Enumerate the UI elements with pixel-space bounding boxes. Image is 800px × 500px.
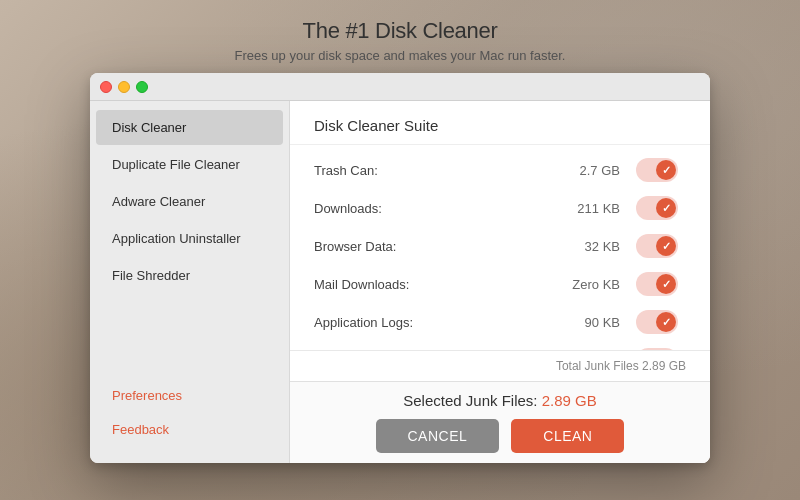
list-item: Application Logs: 90 KB ✓	[290, 303, 710, 341]
app-window: Disk Cleaner Duplicate File Cleaner Adwa…	[90, 73, 710, 463]
item-toggle-applogs[interactable]: ✓	[636, 310, 678, 334]
total-row: Total Junk Files 2.89 GB	[290, 350, 710, 381]
list-item: Downloads: 211 KB ✓	[290, 189, 710, 227]
selected-label: Selected Junk Files:	[403, 392, 537, 409]
main-section-title: Disk Cleaner Suite	[290, 101, 710, 145]
item-size: Zero KB	[540, 277, 620, 292]
item-label: Downloads:	[314, 201, 540, 216]
titlebar	[90, 73, 710, 101]
sidebar: Disk Cleaner Duplicate File Cleaner Adwa…	[90, 101, 290, 463]
feedback-link[interactable]: Feedback	[96, 413, 283, 446]
sidebar-bottom: Preferences Feedback	[90, 378, 289, 463]
page-subtitle: Frees up your disk space and makes your …	[0, 48, 800, 63]
maximize-button[interactable]	[136, 81, 148, 93]
traffic-lights	[100, 81, 148, 93]
preferences-link[interactable]: Preferences	[96, 379, 283, 412]
footer-buttons: CANCEL CLEAN	[314, 419, 686, 453]
list-item: Application Caches: 197.5 MB ✓	[290, 341, 710, 350]
window-body: Disk Cleaner Duplicate File Cleaner Adwa…	[90, 101, 710, 463]
total-label: Total Junk Files 2.89 GB	[556, 359, 686, 373]
sidebar-item-adware-cleaner[interactable]: Adware Cleaner	[96, 184, 283, 219]
item-label: Mail Downloads:	[314, 277, 540, 292]
page-header: The #1 Disk Cleaner Frees up your disk s…	[0, 0, 800, 63]
item-size: 2.7 GB	[540, 163, 620, 178]
item-toggle-appcaches[interactable]: ✓	[636, 348, 678, 350]
item-label: Application Logs:	[314, 315, 540, 330]
cancel-button[interactable]: CANCEL	[376, 419, 500, 453]
item-label: Trash Can:	[314, 163, 540, 178]
selected-info: Selected Junk Files: 2.89 GB	[314, 392, 686, 409]
clean-button[interactable]: CLEAN	[511, 419, 624, 453]
items-list: Trash Can: 2.7 GB ✓ Downloads: 211 KB ✓ …	[290, 145, 710, 350]
sidebar-item-duplicate-file-cleaner[interactable]: Duplicate File Cleaner	[96, 147, 283, 182]
sidebar-item-file-shredder[interactable]: File Shredder	[96, 258, 283, 293]
item-toggle-mail[interactable]: ✓	[636, 272, 678, 296]
minimize-button[interactable]	[118, 81, 130, 93]
selected-value: 2.89 GB	[542, 392, 597, 409]
item-toggle-trash[interactable]: ✓	[636, 158, 678, 182]
list-item: Browser Data: 32 KB ✓	[290, 227, 710, 265]
item-size: 32 KB	[540, 239, 620, 254]
close-button[interactable]	[100, 81, 112, 93]
item-label: Browser Data:	[314, 239, 540, 254]
item-size: 90 KB	[540, 315, 620, 330]
page-title: The #1 Disk Cleaner	[0, 18, 800, 44]
sidebar-item-application-uninstaller[interactable]: Application Uninstaller	[96, 221, 283, 256]
list-item: Trash Can: 2.7 GB ✓	[290, 151, 710, 189]
item-toggle-browser[interactable]: ✓	[636, 234, 678, 258]
sidebar-item-disk-cleaner[interactable]: Disk Cleaner	[96, 110, 283, 145]
main-content: Disk Cleaner Suite Trash Can: 2.7 GB ✓ D…	[290, 101, 710, 463]
item-size: 211 KB	[540, 201, 620, 216]
item-toggle-downloads[interactable]: ✓	[636, 196, 678, 220]
footer: Selected Junk Files: 2.89 GB CANCEL CLEA…	[290, 381, 710, 463]
list-item: Mail Downloads: Zero KB ✓	[290, 265, 710, 303]
